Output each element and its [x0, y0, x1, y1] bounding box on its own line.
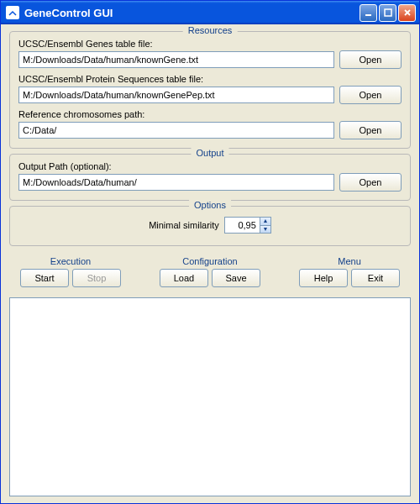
chrom-label: Reference chromosomes path: [18, 109, 402, 119]
stop-button[interactable]: Stop [72, 269, 121, 287]
protein-open-button[interactable]: Open [339, 86, 402, 104]
output-path-label: Output Path (optional): [18, 161, 402, 171]
log-output[interactable] [9, 297, 411, 496]
similarity-spinner: ▲ ▼ [224, 217, 271, 234]
resources-title: Resources [183, 25, 238, 35]
chrom-input[interactable] [18, 122, 334, 139]
menu-group: Menu Help Exit [288, 256, 411, 287]
configuration-title: Configuration [149, 256, 271, 266]
help-button[interactable]: Help [299, 269, 348, 287]
similarity-input[interactable] [224, 217, 260, 234]
output-path-field: Output Path (optional): Open [18, 161, 402, 192]
output-group: Output Output Path (optional): Open [9, 154, 411, 201]
window-controls [360, 4, 416, 22]
genes-field: UCSC/Ensembl Genes table file: Open [18, 39, 402, 69]
protein-field: UCSC/Ensembl Protein Sequences table fil… [18, 74, 402, 104]
svg-rect-1 [385, 9, 391, 16]
window-title: GeneControl GUI [24, 7, 360, 19]
chrom-open-button[interactable]: Open [339, 121, 402, 139]
protein-input[interactable] [18, 87, 334, 103]
genes-label: UCSC/Ensembl Genes table file: [18, 39, 402, 49]
exit-button[interactable]: Exit [351, 269, 400, 287]
resources-group: Resources UCSC/Ensembl Genes table file:… [9, 31, 411, 149]
execution-group: Execution Start Stop [9, 256, 132, 287]
output-title: Output [191, 148, 228, 158]
save-button[interactable]: Save [212, 269, 260, 287]
svg-rect-0 [365, 14, 371, 16]
maximize-button[interactable] [379, 4, 396, 22]
load-button[interactable]: Load [160, 269, 208, 287]
titlebar: GeneControl GUI [1, 1, 419, 24]
menu-title: Menu [288, 256, 411, 266]
minimize-button[interactable] [360, 4, 377, 22]
app-window: GeneControl GUI Resources UCSC/Ensembl G… [0, 0, 420, 504]
genes-open-button[interactable]: Open [339, 50, 402, 69]
output-open-button[interactable]: Open [339, 173, 402, 192]
content-area: Resources UCSC/Ensembl Genes table file:… [1, 24, 419, 503]
output-path-input[interactable] [18, 174, 334, 191]
similarity-up-button[interactable]: ▲ [260, 218, 270, 226]
similarity-down-button[interactable]: ▼ [260, 226, 270, 234]
genes-input[interactable] [18, 51, 334, 68]
options-title: Options [189, 200, 231, 210]
execution-title: Execution [9, 256, 132, 266]
protein-label: UCSC/Ensembl Protein Sequences table fil… [18, 74, 402, 84]
start-button[interactable]: Start [20, 269, 69, 287]
similarity-label: Minimal similarity [149, 220, 219, 230]
close-button[interactable] [398, 4, 416, 22]
chrom-field: Reference chromosomes path: Open [18, 109, 402, 139]
action-row: Execution Start Stop Configuration Load … [9, 256, 411, 287]
configuration-group: Configuration Load Save [149, 256, 271, 287]
options-group: Options Minimal similarity ▲ ▼ [9, 206, 411, 246]
app-icon [6, 6, 19, 19]
